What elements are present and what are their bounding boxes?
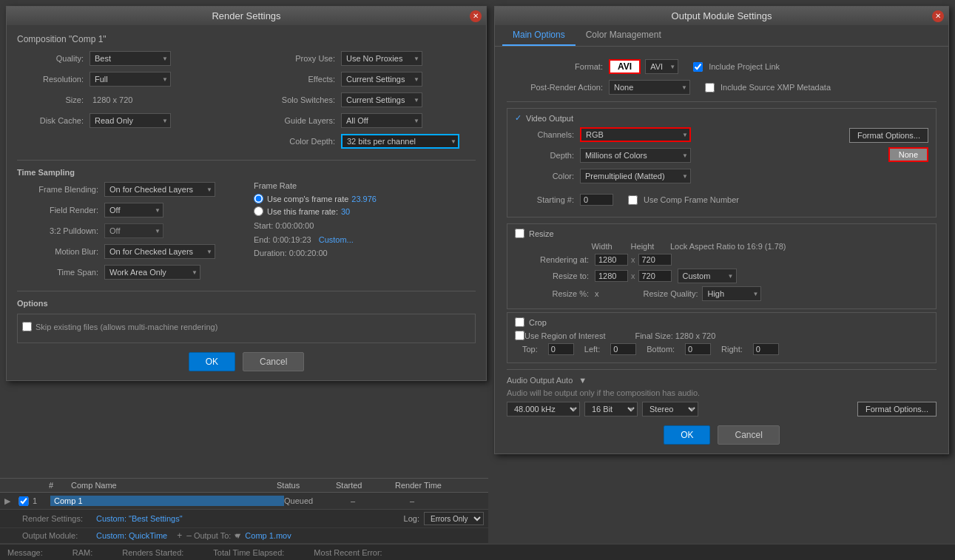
output-ok-button[interactable]: OK <box>664 425 710 445</box>
audio-label: Audio Output Auto <box>507 376 573 385</box>
col-status: Status <box>277 481 336 490</box>
audio-stereo-dropdown[interactable]: Stereo <box>642 402 698 416</box>
framerate-custom-radio[interactable] <box>254 206 263 216</box>
frame-rate-header: Frame Rate <box>254 181 476 190</box>
bottom-input[interactable] <box>685 343 711 355</box>
render-ok-button[interactable]: OK <box>189 352 235 371</box>
rendering-width-input[interactable] <box>595 254 628 266</box>
tab-main[interactable]: Main Options <box>502 25 576 46</box>
pulldown-dropdown[interactable]: Off <box>104 223 163 238</box>
render-settings-value[interactable]: Custom: "Best Settings" <box>96 514 183 523</box>
solo-label: Solo Switches: <box>254 95 335 104</box>
channels-dropdown[interactable]: RGB <box>580 127 691 142</box>
plus-button[interactable]: + <box>177 530 182 541</box>
right-label: Right: <box>721 345 743 354</box>
output-module-dialog: Output Module Settings ✕ Main Options Co… <box>494 6 949 454</box>
x-separator: x <box>631 255 635 264</box>
output-dropdown-arrow[interactable]: ▼ <box>234 531 242 540</box>
use-comp-frame-checkbox[interactable] <box>628 195 638 205</box>
resize-to-height-input[interactable] <box>638 270 672 282</box>
col-comp: Comp Name <box>71 481 277 490</box>
include-xmp-checkbox[interactable] <box>705 83 715 92</box>
render-cancel-button[interactable]: Cancel <box>243 352 304 371</box>
custom-link[interactable]: Custom... <box>319 233 354 247</box>
log-dropdown[interactable]: Errors Only <box>424 512 484 525</box>
message-label: Message: <box>7 548 43 557</box>
skip-files-checkbox[interactable] <box>22 322 32 331</box>
render-dialog-close[interactable]: ✕ <box>470 10 482 22</box>
end-value: 0:00:19:23 <box>273 233 311 247</box>
rendering-at-label: Rendering at: <box>522 255 589 264</box>
framerate-comp-radio[interactable] <box>254 194 263 203</box>
tab-color[interactable]: Color Management <box>576 25 672 46</box>
video-format-options-button[interactable]: Format Options... <box>849 128 928 143</box>
include-project-checkbox[interactable] <box>693 62 703 72</box>
disk-cache-dropdown[interactable]: Read Only <box>90 113 171 128</box>
queue-expand[interactable]: ▶ <box>4 496 15 506</box>
motion-blur-dropdown[interactable]: On for Checked Layers <box>104 244 215 259</box>
end-label: End: <box>254 233 271 247</box>
frame-blending-label: Frame Blending: <box>17 185 98 194</box>
queue-row-time: – <box>410 496 484 505</box>
lock-aspect-label: Lock Aspect Ratio to 16:9 (1.78) <box>670 242 786 251</box>
top-input[interactable] <box>548 343 574 355</box>
framerate-comp-value: 23.976 <box>351 195 377 203</box>
include-project-label: Include Project Link <box>709 62 780 71</box>
starting-label: Starting #: <box>515 195 574 204</box>
resize-to-width-input[interactable] <box>595 270 628 282</box>
resolution-dropdown[interactable]: Full <box>90 72 171 87</box>
rendering-height-input[interactable] <box>638 254 672 266</box>
ram-label: RAM: <box>72 548 93 557</box>
resize-checkbox[interactable] <box>515 229 524 238</box>
queue-header: # Comp Name Status Started Render Time <box>0 479 488 493</box>
field-render-dropdown[interactable]: Off <box>104 203 163 217</box>
proxy-dropdown[interactable]: Use No Proxies <box>341 51 422 66</box>
right-input[interactable] <box>753 343 779 355</box>
color-dropdown[interactable]: Premultiplied (Matted) <box>580 169 691 183</box>
audio-dropdown-arrow[interactable]: ▼ <box>578 376 587 385</box>
depth-label: Depth: <box>515 151 574 160</box>
left-input[interactable] <box>610 343 636 355</box>
format-dropdown[interactable]: AVI <box>645 59 678 74</box>
use-region-checkbox[interactable] <box>515 331 524 340</box>
disk-cache-label: Disk Cache: <box>17 116 84 125</box>
queue-row: ▶ 1 Comp 1 Queued – – <box>0 493 488 510</box>
video-output-section: ✓ Video Output Channels: RGB Depth: <box>507 108 937 217</box>
output-dialog-close[interactable]: ✕ <box>932 10 944 22</box>
post-render-dropdown[interactable]: None <box>609 80 690 95</box>
guide-dropdown[interactable]: All Off <box>341 113 422 128</box>
frame-blending-dropdown[interactable]: On for Checked Layers <box>104 182 215 197</box>
effects-dropdown[interactable]: Current Settings <box>341 72 422 87</box>
output-to-value[interactable]: Comp 1.mov <box>245 531 291 540</box>
bottom-label: Bottom: <box>647 345 675 354</box>
color-depth-dropdown[interactable]: 32 bits per channel <box>341 134 459 149</box>
minus-button[interactable]: – <box>186 530 192 541</box>
audio-bit-dropdown[interactable]: 16 Bit <box>584 402 638 416</box>
time-span-dropdown[interactable]: Work Area Only <box>104 265 200 280</box>
audio-format-options-button[interactable]: Format Options... <box>857 402 937 416</box>
depth-dropdown[interactable]: Millions of Colors <box>580 148 691 163</box>
duration-value: 0:00:20:00 <box>289 249 328 257</box>
none-badge[interactable]: None <box>888 147 928 162</box>
framerate-custom-value: 30 <box>341 207 350 216</box>
crop-section: Crop Use Region of Interest Final Size: … <box>507 312 937 363</box>
resize-quality-dropdown[interactable]: High <box>702 286 761 301</box>
resize-label: Resize <box>529 229 554 238</box>
starting-input[interactable] <box>580 194 613 206</box>
channels-label: Channels: <box>515 130 574 139</box>
resize-custom-dropdown[interactable]: Custom <box>678 269 737 283</box>
col-num: # <box>49 481 71 490</box>
crop-checkbox[interactable] <box>515 317 524 327</box>
output-module-value[interactable]: Custom: QuickTime <box>96 531 167 540</box>
output-module-label: Output Module: <box>22 531 96 540</box>
output-to-label: Output To: <box>194 531 232 540</box>
quality-dropdown[interactable]: Best <box>90 51 171 66</box>
render-dialog-titlebar: Render Settings ✕ <box>7 7 486 25</box>
audio-khz-dropdown[interactable]: 48.000 kHz <box>507 402 580 416</box>
render-settings-label: Render Settings: <box>22 514 96 523</box>
avi-badge[interactable]: AVI <box>609 59 641 74</box>
solo-dropdown[interactable]: Current Settings <box>341 92 422 107</box>
output-cancel-button[interactable]: Cancel <box>718 425 779 445</box>
queue-row-checkbox[interactable] <box>18 496 30 506</box>
queue-row-started: – <box>351 496 410 505</box>
